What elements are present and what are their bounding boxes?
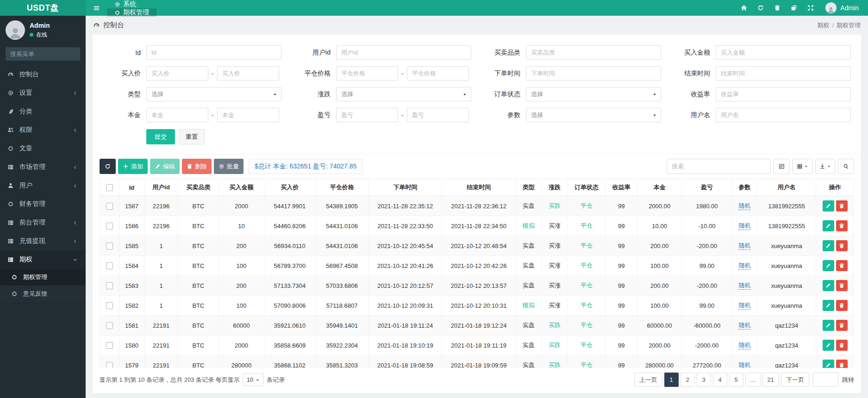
row-checkbox[interactable]	[106, 203, 113, 210]
param-link[interactable]: 随机	[738, 361, 750, 368]
sidebar-item-权限[interactable]: 权限	[0, 121, 86, 139]
filter-select-类型[interactable]: 选择	[146, 87, 281, 101]
filter-input-买卖品类[interactable]	[526, 45, 661, 60]
row-checkbox[interactable]	[106, 302, 113, 309]
sidebar-item-前台管理[interactable]: 前台管理	[0, 213, 86, 232]
page-button-4[interactable]: 4	[713, 373, 727, 387]
sidebar-item-期权[interactable]: 期权	[0, 250, 86, 269]
row-delete-button[interactable]	[836, 360, 848, 368]
trash-button[interactable]	[769, 0, 786, 16]
filter-select-订单状态[interactable]: 选择	[526, 87, 661, 101]
row-edit-button[interactable]	[823, 300, 834, 311]
detail-view-button[interactable]	[774, 159, 790, 174]
reset-button[interactable]: 重置	[179, 129, 205, 144]
prev-page-button[interactable]: 上一页	[634, 373, 662, 387]
sidebar-subitem-意见反馈[interactable]: 意见反馈	[0, 286, 86, 302]
brand-logo[interactable]: USDT盘	[0, 0, 86, 16]
sidebar-item-市场管理[interactable]: 市场管理	[0, 158, 86, 176]
row-checkbox[interactable]	[106, 223, 113, 230]
filter-input-本金-max[interactable]	[217, 108, 279, 122]
page-size-select[interactable]: 10	[243, 373, 264, 386]
sidebar-item-分类[interactable]: 分类	[0, 102, 86, 121]
filter-input-结束时间[interactable]	[716, 66, 851, 81]
sidebar-toggle-button[interactable]	[86, 0, 107, 16]
next-page-button[interactable]: 下一页	[781, 373, 809, 387]
page-button-3[interactable]: 3	[697, 373, 711, 387]
add-button[interactable]: 添加	[118, 159, 148, 174]
export-button[interactable]	[815, 159, 835, 174]
param-link[interactable]: 随机	[738, 242, 750, 250]
delete-button[interactable]: 删除	[182, 159, 212, 174]
filter-select-涨跌[interactable]: 选择	[336, 87, 471, 101]
param-link[interactable]: 随机	[738, 262, 750, 270]
param-link[interactable]: 随机	[738, 302, 750, 310]
page-jump-button[interactable]: 跳转	[842, 376, 854, 384]
page-button-...[interactable]: ...	[745, 373, 761, 387]
row-edit-button[interactable]	[823, 260, 834, 271]
batch-button[interactable]: 批量	[214, 159, 244, 174]
param-link[interactable]: 随机	[738, 322, 750, 330]
row-edit-button[interactable]	[823, 240, 834, 251]
filter-input-下单时间[interactable]	[526, 66, 661, 81]
row-checkbox[interactable]	[106, 342, 113, 349]
row-checkbox[interactable]	[106, 322, 113, 329]
filter-input-盈亏-min[interactable]	[336, 108, 398, 122]
filter-input-买入价-min[interactable]	[146, 66, 208, 81]
param-link[interactable]: 随机	[738, 222, 750, 230]
filter-input-Id[interactable]	[146, 45, 281, 60]
row-edit-button[interactable]	[823, 280, 834, 291]
row-edit-button[interactable]	[823, 340, 834, 351]
row-delete-button[interactable]	[836, 260, 848, 271]
filter-input-盈亏-max[interactable]	[407, 108, 469, 122]
modules-button[interactable]	[786, 0, 802, 16]
sidebar-item-控制台[interactable]: 控制台	[0, 65, 86, 84]
select-all-checkbox[interactable]	[106, 184, 113, 191]
row-delete-button[interactable]	[836, 220, 848, 231]
edit-button[interactable]: 编辑	[150, 159, 180, 174]
param-link[interactable]: 随机	[738, 342, 750, 349]
row-edit-button[interactable]	[823, 360, 834, 368]
page-button-1[interactable]: 1	[664, 373, 679, 387]
sidebar-item-充值提现[interactable]: 充值提现	[0, 232, 86, 250]
user-menu[interactable]: Admin	[821, 2, 862, 13]
param-link[interactable]: 随机	[738, 282, 750, 290]
breadcrumb-item[interactable]: 期权	[817, 22, 829, 29]
sidebar-search-input[interactable]	[6, 47, 80, 61]
sidebar-item-设置[interactable]: 设置	[0, 84, 86, 102]
row-delete-button[interactable]	[836, 340, 848, 351]
submit-button[interactable]: 提交	[146, 129, 175, 144]
page-jump-input[interactable]	[813, 373, 838, 387]
filter-input-买入金额[interactable]	[716, 45, 851, 60]
page-button-5[interactable]: 5	[729, 373, 743, 387]
filter-input-用户id[interactable]	[336, 45, 471, 60]
row-delete-button[interactable]	[836, 280, 848, 291]
row-edit-button[interactable]	[823, 200, 834, 211]
row-delete-button[interactable]	[836, 320, 848, 331]
search-button[interactable]	[838, 159, 854, 174]
param-link[interactable]: 随机	[738, 202, 750, 210]
sidebar-subitem-期权管理[interactable]: 期权管理	[0, 269, 86, 286]
page-button-2[interactable]: 2	[681, 373, 695, 387]
table-search-input[interactable]	[667, 159, 771, 174]
row-delete-button[interactable]	[836, 240, 848, 251]
filter-input-本金-min[interactable]	[146, 108, 208, 122]
row-edit-button[interactable]	[823, 220, 834, 231]
filter-input-平仓价格-min[interactable]	[336, 66, 398, 81]
sidebar-item-财务管理[interactable]: 财务管理	[0, 195, 86, 213]
fullscreen-button[interactable]	[802, 0, 819, 16]
sidebar-item-文章[interactable]: 文章	[0, 139, 86, 158]
filter-select-参数[interactable]: 选择	[526, 108, 661, 122]
row-delete-button[interactable]	[836, 300, 848, 311]
row-checkbox[interactable]	[106, 243, 113, 249]
home-button[interactable]	[736, 0, 752, 16]
row-checkbox[interactable]	[106, 362, 113, 368]
page-button-21[interactable]: 21	[762, 373, 779, 387]
refresh-button[interactable]	[100, 159, 116, 174]
filter-input-用户名[interactable]	[716, 108, 851, 122]
row-edit-button[interactable]	[823, 320, 834, 331]
sidebar-item-用户[interactable]: 用户	[0, 176, 86, 195]
refresh-button[interactable]	[752, 0, 769, 16]
columns-button[interactable]	[793, 159, 812, 174]
filter-input-买入价-max[interactable]	[217, 66, 279, 81]
row-checkbox[interactable]	[106, 282, 113, 289]
